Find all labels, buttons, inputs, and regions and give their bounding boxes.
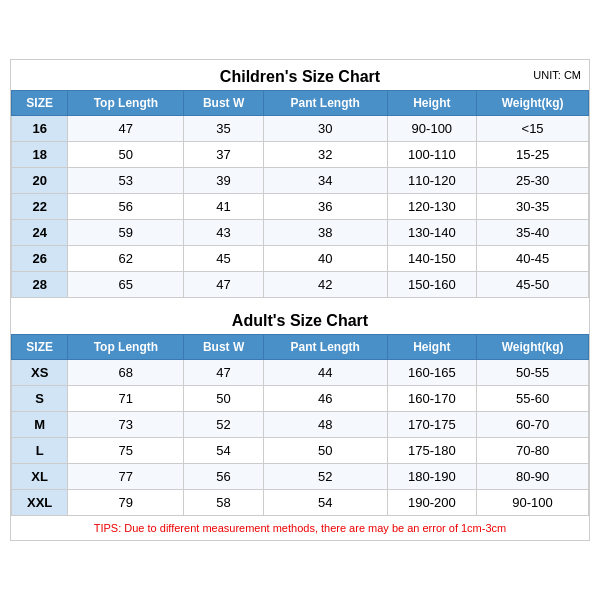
table-cell: 79 — [68, 490, 184, 516]
table-cell: <15 — [477, 116, 589, 142]
table-cell: 52 — [184, 412, 264, 438]
table-cell: 35-40 — [477, 220, 589, 246]
adult-table-body: XS684744160-16550-55S715046160-17055-60M… — [12, 360, 589, 516]
table-cell: 56 — [68, 194, 184, 220]
children-table-body: 1647353090-100<1518503732100-11015-25205… — [12, 116, 589, 298]
table-cell: 45-50 — [477, 272, 589, 298]
table-cell: 43 — [184, 220, 264, 246]
table-cell: 47 — [68, 116, 184, 142]
table-row: 24594338130-14035-40 — [12, 220, 589, 246]
table-row: M735248170-17560-70 — [12, 412, 589, 438]
table-cell: 160-165 — [387, 360, 477, 386]
table-cell: 46 — [263, 386, 387, 412]
table-cell: 28 — [12, 272, 68, 298]
table-cell: 180-190 — [387, 464, 477, 490]
table-cell: 90-100 — [477, 490, 589, 516]
size-chart-container: Children's Size Chart UNIT: CM SIZE Top … — [10, 59, 590, 541]
table-cell: 35 — [184, 116, 264, 142]
table-cell: 18 — [12, 142, 68, 168]
table-cell: 73 — [68, 412, 184, 438]
table-cell: 34 — [263, 168, 387, 194]
children-title-text: Children's Size Chart — [220, 68, 380, 85]
table-row: 22564136120-13030-35 — [12, 194, 589, 220]
table-cell: 62 — [68, 246, 184, 272]
table-cell: 26 — [12, 246, 68, 272]
table-cell: 30 — [263, 116, 387, 142]
table-row: L755450175-18070-80 — [12, 438, 589, 464]
table-cell: 37 — [184, 142, 264, 168]
table-row: 28654742150-16045-50 — [12, 272, 589, 298]
table-row: 1647353090-100<15 — [12, 116, 589, 142]
table-cell: 65 — [68, 272, 184, 298]
adult-section-title: Adult's Size Chart — [11, 304, 589, 334]
table-cell: XXL — [12, 490, 68, 516]
col-header-weight-children: Weight(kg) — [477, 91, 589, 116]
table-cell: 42 — [263, 272, 387, 298]
col-header-size-adult: SIZE — [12, 335, 68, 360]
table-row: S715046160-17055-60 — [12, 386, 589, 412]
table-cell: 68 — [68, 360, 184, 386]
table-cell: 44 — [263, 360, 387, 386]
table-cell: 170-175 — [387, 412, 477, 438]
table-cell: 160-170 — [387, 386, 477, 412]
table-cell: 130-140 — [387, 220, 477, 246]
table-cell: 150-160 — [387, 272, 477, 298]
table-cell: 54 — [184, 438, 264, 464]
table-row: 26624540140-15040-45 — [12, 246, 589, 272]
table-cell: 39 — [184, 168, 264, 194]
table-cell: 77 — [68, 464, 184, 490]
col-header-bust-w-adult: Bust W — [184, 335, 264, 360]
table-cell: 16 — [12, 116, 68, 142]
table-cell: 50 — [68, 142, 184, 168]
table-cell: 140-150 — [387, 246, 477, 272]
table-cell: 60-70 — [477, 412, 589, 438]
table-cell: 100-110 — [387, 142, 477, 168]
table-cell: 59 — [68, 220, 184, 246]
table-cell: L — [12, 438, 68, 464]
unit-label: UNIT: CM — [533, 69, 581, 81]
table-cell: 25-30 — [477, 168, 589, 194]
table-cell: 56 — [184, 464, 264, 490]
col-header-height-children: Height — [387, 91, 477, 116]
table-cell: 50 — [263, 438, 387, 464]
table-cell: 22 — [12, 194, 68, 220]
table-cell: M — [12, 412, 68, 438]
adult-title-text: Adult's Size Chart — [232, 312, 368, 329]
table-cell: 190-200 — [387, 490, 477, 516]
table-cell: 71 — [68, 386, 184, 412]
table-cell: 36 — [263, 194, 387, 220]
table-cell: 47 — [184, 360, 264, 386]
table-row: XXL795854190-20090-100 — [12, 490, 589, 516]
col-header-pant-length-adult: Pant Length — [263, 335, 387, 360]
table-cell: 32 — [263, 142, 387, 168]
table-cell: 54 — [263, 490, 387, 516]
table-cell: S — [12, 386, 68, 412]
table-cell: 30-35 — [477, 194, 589, 220]
table-cell: 80-90 — [477, 464, 589, 490]
table-cell: XS — [12, 360, 68, 386]
table-cell: 55-60 — [477, 386, 589, 412]
table-cell: 41 — [184, 194, 264, 220]
table-cell: 20 — [12, 168, 68, 194]
children-table: SIZE Top Length Bust W Pant Length Heigh… — [11, 90, 589, 298]
table-cell: 48 — [263, 412, 387, 438]
table-cell: 175-180 — [387, 438, 477, 464]
table-cell: 40-45 — [477, 246, 589, 272]
col-header-size-children: SIZE — [12, 91, 68, 116]
children-section-title: Children's Size Chart UNIT: CM — [11, 60, 589, 90]
table-cell: 120-130 — [387, 194, 477, 220]
col-header-bust-w-children: Bust W — [184, 91, 264, 116]
table-cell: 45 — [184, 246, 264, 272]
table-cell: 38 — [263, 220, 387, 246]
table-row: XS684744160-16550-55 — [12, 360, 589, 386]
table-cell: 53 — [68, 168, 184, 194]
table-cell: 90-100 — [387, 116, 477, 142]
children-header-row: SIZE Top Length Bust W Pant Length Heigh… — [12, 91, 589, 116]
col-header-top-length-children: Top Length — [68, 91, 184, 116]
col-header-top-length-adult: Top Length — [68, 335, 184, 360]
table-row: 18503732100-11015-25 — [12, 142, 589, 168]
table-cell: 70-80 — [477, 438, 589, 464]
col-header-pant-length-children: Pant Length — [263, 91, 387, 116]
table-cell: 58 — [184, 490, 264, 516]
table-cell: 50 — [184, 386, 264, 412]
